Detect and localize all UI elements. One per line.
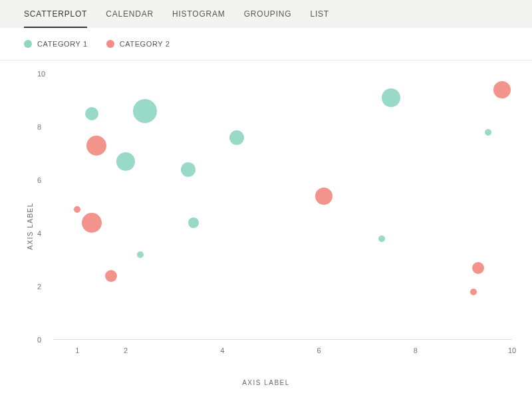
x-tick: 10 [508, 346, 516, 354]
legend-item-2[interactable]: CATEGORY 2 [106, 40, 170, 48]
tab-list[interactable]: LIST [310, 9, 329, 28]
data-point[interactable] [470, 289, 477, 295]
tab-histogram[interactable]: HISTOGRAM [172, 9, 225, 28]
y-tick: 10 [37, 70, 45, 78]
data-point[interactable] [105, 270, 117, 282]
x-tick: 8 [414, 346, 418, 354]
legend-item-1[interactable]: CATEGORY 1 [24, 40, 88, 48]
data-point[interactable] [116, 152, 135, 171]
data-point[interactable] [472, 262, 484, 274]
legend-swatch-icon [24, 40, 32, 48]
data-point[interactable] [74, 206, 80, 213]
plot-region: 12468100246810 [53, 74, 512, 340]
data-point[interactable] [82, 213, 102, 233]
y-axis-label: AXIS LABEL [27, 202, 34, 250]
data-point[interactable] [315, 188, 332, 205]
data-point[interactable] [86, 136, 106, 156]
y-tick: 6 [37, 176, 41, 184]
x-tick: 2 [124, 346, 128, 354]
data-point[interactable] [188, 217, 199, 228]
y-tick: 0 [37, 336, 41, 344]
data-point[interactable] [493, 81, 511, 98]
tab-grouping[interactable]: GROUPING [244, 9, 292, 28]
legend-label: CATEGORY 1 [37, 40, 88, 48]
data-point[interactable] [378, 235, 385, 242]
data-point[interactable] [229, 130, 244, 145]
data-point[interactable] [85, 107, 98, 120]
data-point[interactable] [137, 251, 144, 258]
x-tick: 4 [220, 346, 224, 354]
x-axis-label: AXIS LABEL [242, 379, 290, 386]
legend-swatch-icon [106, 40, 114, 48]
x-tick: 1 [75, 346, 79, 354]
data-point[interactable] [485, 129, 491, 136]
view-tabs: SCATTERPLOTCALENDARHISTOGRAMGROUPINGLIST [0, 0, 532, 28]
data-point[interactable] [181, 162, 196, 177]
data-point[interactable] [133, 99, 157, 123]
tab-scatterplot[interactable]: SCATTERPLOT [24, 9, 87, 28]
y-tick: 4 [37, 229, 41, 237]
data-point[interactable] [382, 88, 400, 107]
y-tick: 8 [37, 123, 41, 131]
legend-label: CATEGORY 2 [120, 40, 170, 48]
chart-legend: CATEGORY 1CATEGORY 2 [0, 28, 532, 61]
chart-area: AXIS LABEL AXIS LABEL 12468100246810 [0, 61, 532, 392]
x-axis-line [53, 339, 512, 340]
x-tick: 6 [317, 346, 321, 354]
y-tick: 2 [37, 283, 41, 291]
tab-calendar[interactable]: CALENDAR [106, 9, 154, 28]
